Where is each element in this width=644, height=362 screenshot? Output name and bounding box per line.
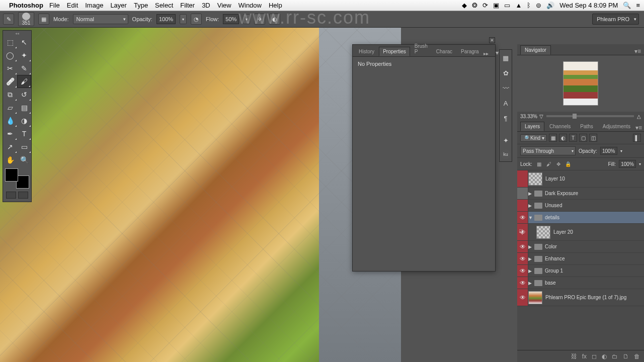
menu-type[interactable]: Type xyxy=(134,2,148,9)
eyedropper-tool[interactable]: ✎ xyxy=(17,62,31,75)
path-select-tool[interactable]: ↗ xyxy=(3,140,17,153)
menu-view[interactable]: View xyxy=(217,2,231,9)
panel-collapse-icon[interactable]: ▸▸ xyxy=(484,51,489,56)
zoom-out-icon[interactable]: ▽ xyxy=(539,114,543,119)
strip-icon-character[interactable]: A xyxy=(500,97,512,109)
layer-visibility-toggle[interactable] xyxy=(517,200,528,211)
navigator-menu-icon[interactable]: ▾≡ xyxy=(634,48,641,55)
new-layer-icon[interactable]: 🗋 xyxy=(623,353,629,360)
filter-adjust-icon[interactable]: ◐ xyxy=(559,134,567,142)
magic-wand-tool[interactable]: ✦ xyxy=(17,49,31,62)
opacity-dropdown[interactable]: ▾ xyxy=(180,14,187,24)
layer-row[interactable]: Layer 10 xyxy=(517,170,644,188)
layer-name[interactable]: Dark Exposure xyxy=(545,191,644,196)
zoom-tool[interactable]: 🔍 xyxy=(17,153,31,166)
layer-opacity-input[interactable]: 100% xyxy=(600,147,617,155)
menubar-spotlight-icon[interactable]: 🔍 xyxy=(623,2,631,9)
layer-name[interactable]: Group 1 xyxy=(545,268,644,274)
quick-mask-toggle[interactable] xyxy=(6,192,16,199)
tab-adjustments[interactable]: Adjustments xyxy=(598,122,635,131)
dodge-tool[interactable]: ◑ xyxy=(17,114,31,127)
blend-mode-select[interactable]: Normal xyxy=(73,14,128,24)
layer-name[interactable]: details xyxy=(545,215,644,220)
filter-smart-icon[interactable]: ◫ xyxy=(589,134,597,142)
zoom-in-icon[interactable]: △ xyxy=(637,114,641,119)
pressure-size-button[interactable]: ◐ xyxy=(269,14,280,25)
brush-tool[interactable]: 🖌 xyxy=(17,75,31,88)
menu-3d[interactable]: 3D xyxy=(202,2,210,9)
menu-layer[interactable]: Layer xyxy=(110,2,127,9)
blur-tool[interactable]: 💧 xyxy=(3,114,17,127)
layer-name[interactable]: Enhance xyxy=(545,256,644,261)
layer-filter-type[interactable]: 🔎 Kind ▾ xyxy=(520,134,547,142)
lock-pixels-icon[interactable]: 🖌 xyxy=(545,160,553,168)
menu-help[interactable]: Help xyxy=(269,2,282,9)
layer-row[interactable]: 👁Phlearn PRO Epic Burge (1 of 7).jpg xyxy=(517,289,644,306)
shape-tool[interactable]: ▭ xyxy=(17,140,31,153)
layer-visibility-toggle[interactable]: 👁 xyxy=(517,265,528,277)
layer-visibility-toggle[interactable]: 👁 xyxy=(517,277,528,289)
layer-visibility-toggle[interactable]: 👁 xyxy=(517,253,528,264)
layer-row[interactable]: 👁▼details xyxy=(517,212,644,224)
type-tool[interactable]: T xyxy=(17,127,31,140)
layer-thumbnail[interactable] xyxy=(528,172,542,186)
layer-blend-mode[interactable]: Pass Through xyxy=(520,146,576,155)
filter-type-icon[interactable]: T xyxy=(569,134,577,142)
layer-style-icon[interactable]: fx xyxy=(582,353,587,360)
menubar-dropbox-icon[interactable]: ◆ xyxy=(462,2,467,9)
menubar-display-icon[interactable]: ▣ xyxy=(493,2,499,9)
layer-thumbnail[interactable] xyxy=(536,226,550,239)
adjustment-layer-icon[interactable]: ◐ xyxy=(602,353,607,360)
healing-brush-tool[interactable]: 🩹 xyxy=(3,75,17,88)
navigator-zoom-value[interactable]: 33.33% xyxy=(520,114,537,119)
brush-preset-picker[interactable]: 351 xyxy=(18,12,34,26)
filter-toggle-switch[interactable]: ▌ xyxy=(633,134,641,142)
zoom-slider[interactable] xyxy=(546,115,634,117)
layer-thumbnail[interactable] xyxy=(528,291,542,304)
strip-icon-paragraph[interactable]: ¶ xyxy=(500,112,512,124)
move-tool[interactable]: ⬚ xyxy=(3,36,17,49)
layer-row[interactable]: 👁▶Group 1 xyxy=(517,265,644,277)
flow-input[interactable]: 50% xyxy=(223,14,239,24)
brush-panel-toggle[interactable]: ▦ xyxy=(38,14,49,25)
artboard-tool[interactable]: ↖ xyxy=(17,36,31,49)
tab-layers[interactable]: Layers xyxy=(520,122,544,131)
layer-visibility-toggle[interactable]: 👁 xyxy=(517,241,528,252)
new-group-icon[interactable]: 🗀 xyxy=(612,353,618,360)
disclosure-arrow[interactable]: ▶ xyxy=(528,268,534,274)
menubar-wifi-icon[interactable]: ⊚ xyxy=(536,2,541,9)
menu-window[interactable]: Window xyxy=(238,2,262,9)
disclosure-arrow[interactable]: ▼ xyxy=(528,215,534,220)
toolbox-collapse[interactable]: ◂◂ xyxy=(3,31,31,36)
layer-row[interactable]: 👁☟Layer 20 xyxy=(517,224,644,241)
lock-transparency-icon[interactable]: ▦ xyxy=(535,160,543,168)
tab-history[interactable]: History xyxy=(355,47,378,56)
disclosure-arrow[interactable]: ▶ xyxy=(528,203,534,208)
menu-edit[interactable]: Edit xyxy=(67,2,78,9)
layer-name[interactable]: Layer 20 xyxy=(553,229,644,235)
layer-visibility-toggle[interactable]: 👁☟ xyxy=(517,224,528,240)
tab-paragraph[interactable]: Paragra xyxy=(457,47,483,56)
menubar-sync-icon[interactable]: ⟳ xyxy=(482,2,488,9)
strip-icon-kuler[interactable]: ku xyxy=(501,149,511,159)
menu-filter[interactable]: Filter xyxy=(180,2,195,9)
eraser-tool[interactable]: ▱ xyxy=(3,101,17,114)
layer-visibility-toggle[interactable]: 👁 xyxy=(517,289,528,306)
clone-stamp-tool[interactable]: ⧉ xyxy=(3,88,17,101)
tab-brush-presets[interactable]: Brush P xyxy=(411,41,432,56)
layer-row[interactable]: ▶Unused xyxy=(517,200,644,212)
menu-image[interactable]: Image xyxy=(85,2,103,9)
document-canvas[interactable] xyxy=(0,28,401,362)
workspace-switcher[interactable]: Phlearn PRO xyxy=(592,14,639,25)
menubar-notifications-icon[interactable]: ≡ xyxy=(636,2,640,9)
layer-name[interactable]: Unused xyxy=(545,203,644,208)
layer-row[interactable]: ▶Dark Exposure xyxy=(517,188,644,200)
delete-layer-icon[interactable]: 🗑 xyxy=(634,353,640,360)
menubar-app-icon[interactable]: ❂ xyxy=(472,2,477,9)
tool-preset-button[interactable]: ✎ xyxy=(3,14,14,25)
disclosure-arrow[interactable]: ▶ xyxy=(528,281,534,286)
pressure-opacity-button[interactable]: ◔ xyxy=(191,14,202,25)
gradient-tool[interactable]: ▤ xyxy=(17,101,31,114)
menubar-screen-icon[interactable]: ▭ xyxy=(504,2,510,9)
layer-mask-icon[interactable]: ◻ xyxy=(592,353,597,360)
